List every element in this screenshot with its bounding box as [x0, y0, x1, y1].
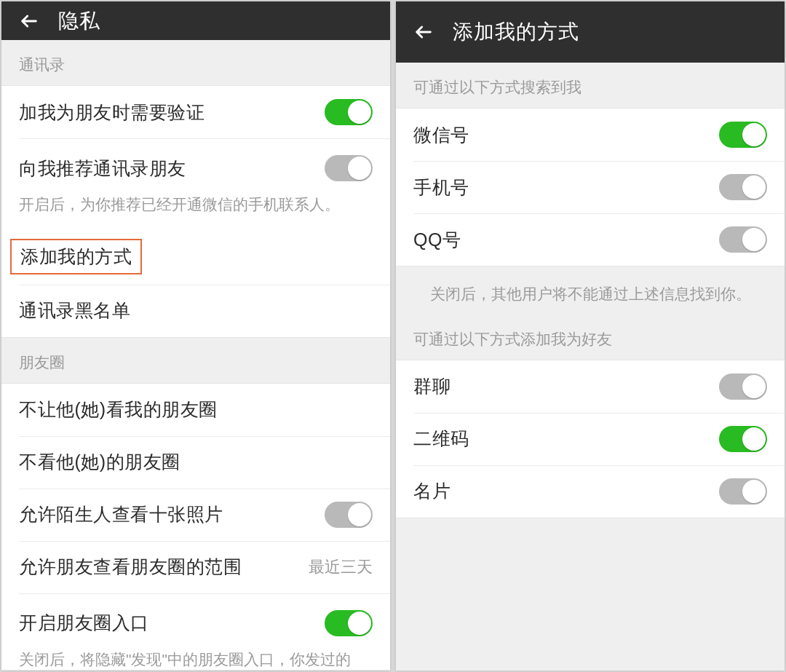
add-methods-label: 添加我的方式: [10, 239, 142, 274]
search-methods-header: 可通过以下方式搜索到我: [396, 63, 785, 108]
add-friend-group: 群聊 二维码 名片: [396, 360, 785, 518]
privacy-panel: 隐私 通讯录 加我为朋友时需要验证 向我推荐通讯录朋友 开启后，为你推荐已经开通…: [1, 1, 390, 671]
contacts-section-header: 通讯录: [1, 40, 390, 85]
verify-toggle[interactable]: [325, 99, 373, 125]
entry-row[interactable]: 开启朋友圈入口: [1, 593, 390, 646]
add-methods-header: 添加我的方式: [396, 1, 785, 63]
back-icon[interactable]: [12, 4, 47, 39]
stranger-label: 允许陌生人查看十张照片: [19, 502, 223, 526]
entry-hint: 关闭后，将隐藏"发现"中的朋友圈入口，你发过的: [1, 646, 390, 670]
hide-my-label: 不让他(她)看我的朋友圈: [19, 398, 218, 422]
qq-toggle[interactable]: [719, 226, 767, 253]
card-row[interactable]: 名片: [396, 465, 785, 518]
qq-row[interactable]: QQ号: [396, 213, 785, 266]
range-label: 允许朋友查看朋友圈的范围: [19, 555, 242, 579]
recommend-hint: 开启后，为你推荐已经开通微信的手机联系人。: [1, 191, 390, 228]
qrcode-toggle[interactable]: [719, 426, 767, 452]
recommend-toggle[interactable]: [325, 155, 373, 181]
card-toggle[interactable]: [719, 478, 767, 505]
wechat-id-toggle[interactable]: [719, 122, 767, 148]
verify-label: 加我为朋友时需要验证: [19, 100, 205, 124]
moments-group: 不让他(她)看我的朋友圈 不看他(她)的朋友圈 允许陌生人查看十张照片 允许朋友…: [1, 383, 390, 671]
recommend-row[interactable]: 向我推荐通讯录朋友: [1, 138, 390, 191]
entry-label: 开启朋友圈入口: [19, 611, 149, 635]
hide-their-label: 不看他(她)的朋友圈: [19, 450, 180, 474]
stranger-row[interactable]: 允许陌生人查看十张照片: [1, 489, 390, 541]
qrcode-row[interactable]: 二维码: [396, 413, 785, 465]
group-chat-toggle[interactable]: [719, 373, 767, 400]
wechat-id-label: 微信号: [413, 123, 469, 147]
stranger-toggle[interactable]: [325, 502, 373, 528]
phone-row[interactable]: 手机号: [396, 161, 785, 213]
qrcode-label: 二维码: [413, 427, 469, 451]
recommend-label: 向我推荐通讯录朋友: [19, 157, 186, 181]
hide-my-row[interactable]: 不让他(她)看我的朋友圈: [1, 384, 390, 436]
back-icon[interactable]: [406, 15, 441, 50]
privacy-title: 隐私: [58, 7, 100, 35]
search-methods-group: 微信号 手机号 QQ号: [396, 108, 785, 266]
add-methods-title: 添加我的方式: [453, 18, 579, 46]
blacklist-row[interactable]: 通讯录黑名单: [1, 285, 390, 337]
privacy-header: 隐私: [1, 1, 390, 40]
phone-toggle[interactable]: [719, 174, 767, 200]
range-row[interactable]: 允许朋友查看朋友圈的范围 最近三天: [1, 541, 390, 593]
right-panel-filler: [396, 518, 785, 671]
blacklist-label: 通讯录黑名单: [19, 299, 130, 323]
qq-label: QQ号: [413, 228, 461, 252]
entry-toggle[interactable]: [325, 610, 373, 636]
moments-section-header: 朋友圈: [1, 338, 390, 383]
contacts-group: 加我为朋友时需要验证 向我推荐通讯录朋友 开启后，为你推荐已经开通微信的手机联系…: [1, 85, 390, 337]
add-friend-header: 可通过以下方式添加我为好友: [396, 322, 785, 360]
wechat-id-row[interactable]: 微信号: [396, 108, 785, 161]
add-methods-row[interactable]: 添加我的方式: [1, 229, 390, 285]
hide-their-row[interactable]: 不看他(她)的朋友圈: [1, 436, 390, 489]
search-methods-footer: 关闭后，其他用户将不能通过上述信息找到你。: [396, 266, 785, 322]
group-chat-label: 群聊: [413, 374, 450, 398]
card-label: 名片: [413, 479, 450, 503]
group-chat-row[interactable]: 群聊: [396, 360, 785, 413]
add-methods-panel: 添加我的方式 可通过以下方式搜索到我 微信号 手机号 QQ号 关闭后，其他用户将…: [396, 1, 785, 671]
verify-row[interactable]: 加我为朋友时需要验证: [1, 86, 390, 138]
phone-label: 手机号: [413, 175, 469, 199]
range-value: 最近三天: [309, 556, 373, 578]
